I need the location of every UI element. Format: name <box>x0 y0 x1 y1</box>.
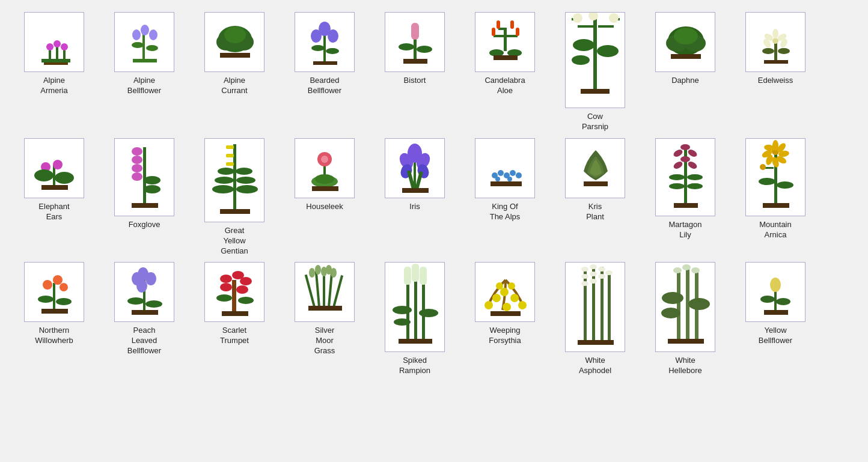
svg-point-198 <box>315 265 321 275</box>
plant-image-bistort[interactable] <box>385 12 445 72</box>
svg-point-14 <box>132 42 144 48</box>
plant-image-edelweiss[interactable] <box>745 12 805 72</box>
plant-image-scarlet-trumpet[interactable] <box>204 262 264 322</box>
plant-label-edelweiss: Edelweiss <box>758 76 793 86</box>
svg-point-212 <box>394 318 411 326</box>
plant-label-white-asphodel: WhiteAsphodel <box>579 356 611 376</box>
svg-point-170 <box>56 298 72 305</box>
svg-point-247 <box>682 264 691 270</box>
svg-point-215 <box>484 301 493 309</box>
svg-point-187 <box>236 285 248 294</box>
svg-point-100 <box>218 168 234 175</box>
svg-rect-255 <box>764 310 788 315</box>
plant-image-houseleek[interactable] <box>295 138 355 198</box>
plant-image-candelabra-aloe[interactable] <box>475 12 535 72</box>
svg-point-168 <box>60 283 68 291</box>
svg-rect-228 <box>608 271 611 340</box>
plant-item-spiked-rampion: SpikedRampion <box>373 262 457 376</box>
svg-point-219 <box>510 294 519 302</box>
svg-rect-36 <box>403 59 427 64</box>
svg-point-93 <box>144 185 160 193</box>
svg-point-143 <box>669 174 685 180</box>
plant-image-daphne[interactable] <box>655 12 715 72</box>
svg-rect-106 <box>220 209 250 214</box>
plant-image-alpine-currant[interactable] <box>204 12 264 72</box>
svg-point-35 <box>417 46 432 53</box>
plant-item-kris-plant: KrisPlant <box>553 138 637 257</box>
plant-item-alpine-armeria: AlpineArmeria <box>12 12 96 132</box>
svg-rect-123 <box>402 188 429 193</box>
plant-label-elephant-ears: ElephantEars <box>38 202 69 222</box>
plant-image-foxglove[interactable] <box>114 138 174 216</box>
plant-label-yellow-bellflower: YellowBellflower <box>759 326 792 346</box>
svg-point-129 <box>516 172 522 178</box>
plant-image-alpine-bellflower[interactable] <box>114 12 174 72</box>
plant-label-white-hellebore: WhiteHellebore <box>668 356 702 376</box>
svg-rect-99 <box>226 162 234 166</box>
svg-point-169 <box>38 296 53 303</box>
svg-rect-223 <box>491 311 521 316</box>
plant-image-white-hellebore[interactable] <box>655 262 715 352</box>
plant-label-foxglove: Foxglove <box>129 220 160 230</box>
plant-image-weeping-forsythia[interactable] <box>475 262 535 322</box>
svg-point-188 <box>216 294 232 302</box>
svg-point-11 <box>132 29 141 40</box>
svg-rect-69 <box>774 42 777 61</box>
plant-label-scarlet-trumpet: ScarletTrumpet <box>220 326 249 346</box>
plant-image-cow-parsnip[interactable] <box>565 12 625 108</box>
plant-image-great-yellow-gentian[interactable] <box>204 138 264 222</box>
svg-point-128 <box>510 170 516 176</box>
plant-image-silver-moor-grass[interactable] <box>295 262 355 322</box>
svg-point-4 <box>46 43 53 50</box>
svg-rect-180 <box>132 310 158 315</box>
plant-image-iris[interactable] <box>385 138 445 198</box>
svg-point-76 <box>762 48 774 54</box>
plant-label-mountain-arnica: MountainArnica <box>759 220 791 240</box>
plant-item-yellow-bellflower: YellowBellflower <box>733 262 818 376</box>
plant-label-alpine-currant: AlpineCurrant <box>221 76 247 96</box>
plant-item-martagon-lily: MartagonLily <box>643 138 727 257</box>
svg-rect-238 <box>578 340 614 345</box>
svg-point-59 <box>597 45 619 57</box>
plant-item-weeping-forsythia: WeepingForsythia <box>463 262 547 376</box>
plant-image-alpine-armeria[interactable] <box>24 12 84 72</box>
svg-point-186 <box>220 283 232 291</box>
svg-point-167 <box>53 275 63 285</box>
svg-point-235 <box>598 267 605 272</box>
svg-point-216 <box>492 294 501 302</box>
svg-point-220 <box>518 301 527 309</box>
plant-image-mountain-arnica[interactable] <box>745 138 805 216</box>
svg-point-185 <box>240 277 252 285</box>
plant-label-spiked-rampion: SpikedRampion <box>399 356 430 376</box>
plant-image-spiked-rampion[interactable] <box>385 262 445 352</box>
plant-image-king-of-the-alps[interactable] <box>475 138 535 198</box>
svg-rect-225 <box>584 268 587 340</box>
plant-image-kris-plant[interactable] <box>565 138 625 198</box>
plant-item-foxglove: Foxglove <box>102 138 186 257</box>
svg-point-55 <box>573 13 582 23</box>
plant-image-martagon-lily[interactable] <box>655 138 715 216</box>
plant-image-yellow-bellflower[interactable] <box>745 262 805 322</box>
svg-point-6 <box>61 43 68 50</box>
svg-rect-190 <box>222 311 248 316</box>
svg-rect-165 <box>53 283 55 310</box>
plant-image-northern-willowherb[interactable] <box>24 262 84 322</box>
svg-point-57 <box>609 13 619 23</box>
plant-image-bearded-bellflower[interactable] <box>295 12 355 72</box>
plant-image-white-asphodel[interactable] <box>565 262 625 352</box>
svg-point-139 <box>680 144 690 150</box>
svg-point-130 <box>495 177 500 181</box>
svg-rect-136 <box>684 147 687 204</box>
plant-label-northern-willowherb: NorthernWillowherb <box>35 326 73 346</box>
plant-image-peach-leaved-bellflower[interactable] <box>114 262 174 322</box>
plant-item-white-asphodel: WhiteAsphodel <box>553 262 637 376</box>
plant-item-bearded-bellflower: BeardedBellflower <box>283 12 367 132</box>
svg-point-201 <box>331 268 337 278</box>
svg-point-231 <box>581 281 588 286</box>
svg-rect-48 <box>494 55 518 60</box>
svg-rect-39 <box>494 35 504 37</box>
svg-rect-202 <box>308 306 342 311</box>
plant-image-elephant-ears[interactable] <box>24 138 84 198</box>
svg-rect-96 <box>233 144 236 210</box>
svg-point-103 <box>236 177 255 184</box>
